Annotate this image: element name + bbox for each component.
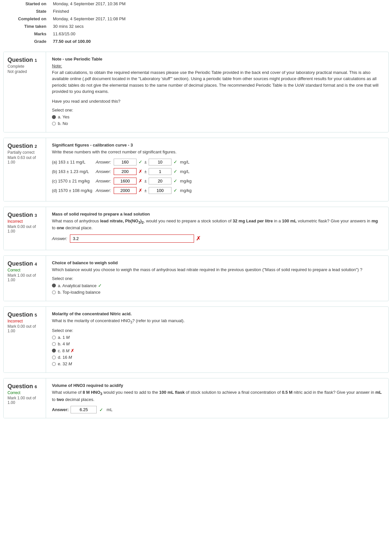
- radio-unselected-icon: [52, 122, 56, 126]
- answer-input-a1[interactable]: [114, 159, 137, 165]
- answer-input-c1[interactable]: [114, 178, 137, 184]
- part-a-label: (a) 163 ± 11 mg/L: [52, 160, 94, 165]
- grade-label: Grade: [0, 38, 49, 45]
- question-2-sidebar: Question 2 Partially correct Mark 0.63 o…: [4, 138, 46, 201]
- question-6-status: Correct: [8, 390, 42, 395]
- question-5-title: Molarity of the concentrated Nitric acid…: [52, 311, 383, 316]
- question-5-option-b: b. 4 M: [52, 341, 383, 346]
- radio-unselected-q5e: [52, 362, 56, 366]
- question-2-mark: Mark 0.63 out of 1.00: [8, 155, 42, 165]
- cross-icon-b1: ✗: [139, 169, 142, 174]
- answer-label-q3: Answer:: [52, 236, 67, 241]
- question-1-select-one: Select one:: [52, 108, 383, 113]
- question-4-body: Which balance would you choose to weigh …: [52, 267, 383, 273]
- question-4-title: Choice of balance to weigh solid: [52, 260, 383, 265]
- part-b-label: (b) 163 ± 1.23 mg/L: [52, 169, 94, 174]
- grade-value: 77.50 out of 100.00: [49, 38, 392, 45]
- question-2-title: Significant figures - calibration curve …: [52, 143, 383, 147]
- unit-d: mg/kg: [180, 188, 191, 193]
- question-5-option-e: e. 32 M: [52, 361, 383, 366]
- answer-input-c2[interactable]: [149, 178, 172, 184]
- check-icon-q6: ✓: [99, 407, 103, 412]
- answer-input-b1[interactable]: [114, 168, 137, 175]
- question-1-grade: Not graded: [8, 69, 42, 74]
- unit-q6: mL: [106, 407, 112, 412]
- question-6-sidebar: Question 6 Correct Mark 1.00 out of 1.00: [4, 378, 46, 418]
- cross-icon-d1: ✗: [139, 188, 142, 193]
- check-icon-a2: ✓: [173, 159, 177, 165]
- question-1-option-a: a. Yes: [52, 114, 383, 119]
- option-q5-d-label: d. 16 M: [58, 355, 72, 360]
- question-1-note: Note: For all calculations, to obtain th…: [52, 63, 383, 95]
- time-taken-value: 30 mins 32 secs: [49, 23, 392, 30]
- question-5-option-c: c. 8 M ✗: [52, 348, 383, 353]
- unit-c: mg/kg: [180, 179, 191, 183]
- question-2-part-b: (b) 163 ± 1.23 mg/L Answer: ✗ ± ✓ mg/L: [52, 168, 383, 175]
- option-q5-b-label: b. 4 M: [58, 341, 70, 346]
- question-6-block: Question 6 Correct Mark 1.00 out of 1.00…: [3, 378, 389, 418]
- option-b-label: b. No: [58, 121, 68, 126]
- answer-input-a2[interactable]: [149, 159, 172, 165]
- answer-label-q6: Answer:: [52, 407, 69, 412]
- option-q5-a-label: a. 1 M: [58, 335, 70, 340]
- question-2-body: Write these numbers with the correct num…: [52, 149, 383, 155]
- question-5-content: Molarity of the concentrated Nitric acid…: [46, 307, 388, 373]
- note-underline-label: Note:: [52, 63, 62, 68]
- option-q4-b-label: b. Top-loading balance: [58, 290, 101, 295]
- question-5-option-d: d. 16 M: [52, 355, 383, 360]
- answer-label-d: Answer:: [96, 188, 111, 193]
- question-1-status: Complete: [8, 64, 42, 69]
- question-2-block: Question 2 Partially correct Mark 0.63 o…: [3, 138, 389, 201]
- question-3-content: Mass of solid required to prepare a lead…: [46, 207, 388, 250]
- question-2-status: Partially correct: [8, 150, 42, 155]
- check-icon-b2: ✓: [173, 169, 177, 174]
- radio-selected-icon: [52, 115, 56, 119]
- radio-selected-q5c: [52, 349, 56, 353]
- option-a-label: a. Yes: [58, 114, 69, 119]
- question-2-part-a: (a) 163 ± 11 mg/L Answer: ✓ ± ✓ mg/L: [52, 159, 383, 165]
- question-4-sidebar: Question 4 Correct Mark 1.00 out of 1.00: [4, 256, 46, 301]
- marks-value: 11.63/15.00: [49, 30, 392, 38]
- unit-a: mg/L: [180, 160, 189, 165]
- started-on-value: Monday, 4 September 2017, 10:36 PM: [49, 0, 392, 8]
- question-5-status: Incorrect: [8, 319, 42, 323]
- question-5-block: Question 5 Incorrect Mark 0.00 out of 1.…: [3, 306, 389, 373]
- answer-input-d1[interactable]: [114, 187, 137, 194]
- check-icon-d2: ✓: [173, 188, 177, 193]
- question-3-block: Question 3 Incorrect Mark 0.00 out of 1.…: [3, 207, 389, 250]
- question-2-part-d: (d) 1570 ± 108 mg/kg Answer: ✗ ± ✓ mg/kg: [52, 187, 383, 194]
- answer-input-d2[interactable]: [149, 187, 172, 194]
- started-on-label: Started on: [0, 0, 49, 8]
- answer-input-q6[interactable]: [71, 406, 97, 413]
- question-4-block: Question 4 Correct Mark 1.00 out of 1.00…: [3, 255, 389, 302]
- question-4-status: Correct: [8, 268, 42, 272]
- question-4-option-a: a. Analytical balance ✓: [52, 283, 383, 288]
- question-1-title: Note - use Periodic Table: [52, 57, 383, 61]
- question-6-content: Volume of HNO3 required to acidify What …: [46, 378, 388, 418]
- question-3-sidebar: Question 3 Incorrect Mark 0.00 out of 1.…: [4, 207, 46, 250]
- question-3-title: Mass of solid required to prepare a lead…: [52, 212, 383, 217]
- question-2-content: Significant figures - calibration curve …: [46, 138, 388, 201]
- radio-unselected-q5b: [52, 342, 56, 346]
- question-6-mark: Mark 1.00 out of 1.00: [8, 396, 42, 405]
- pm-d: ±: [144, 188, 147, 193]
- question-3-mark: Mark 0.00 out of 1.00: [8, 224, 42, 234]
- part-d-label: (d) 1570 ± 108 mg/kg: [52, 188, 94, 193]
- question-1-number: Question 1: [8, 57, 42, 63]
- answer-input-q3[interactable]: [70, 234, 194, 243]
- question-3-status: Incorrect: [8, 219, 42, 224]
- option-q4-a-label: a. Analytical balance: [58, 283, 97, 288]
- question-2-number: Question 2: [8, 143, 42, 149]
- state-label: State: [0, 8, 49, 15]
- question-5-select-one: Select one:: [52, 328, 383, 333]
- answer-label-c: Answer:: [96, 179, 111, 183]
- question-4-option-b: b. Top-loading balance: [52, 290, 383, 295]
- option-q5-e-label: e. 32 M: [58, 361, 72, 366]
- radio-selected-q4a: [52, 284, 56, 287]
- question-2-part-c: (c) 1570 ± 21 mg/kg Answer: ✗ ± ✓ mg/kg: [52, 178, 383, 184]
- answer-input-b2[interactable]: [149, 168, 172, 175]
- pm-c: ±: [144, 179, 147, 183]
- question-1-note-body: For all calculations, to obtain the requ…: [52, 70, 379, 94]
- question-1-option-b: b. No: [52, 121, 383, 126]
- question-6-answer-row: Answer: ✓ mL: [52, 406, 383, 413]
